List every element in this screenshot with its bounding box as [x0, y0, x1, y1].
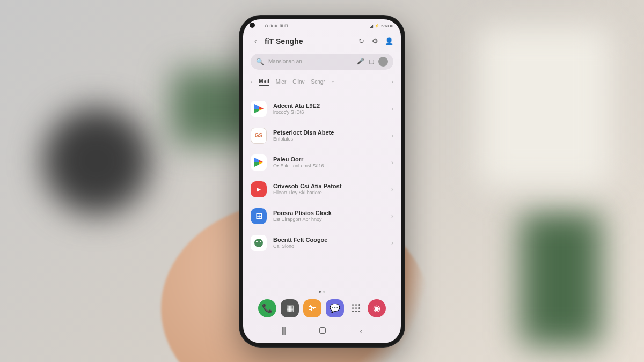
tab-scroll-right[interactable]: › — [392, 79, 393, 85]
chevron-right-icon: › — [391, 105, 393, 113]
dock: 📞 ▦ 🛍 💬 ◉ — [243, 295, 401, 321]
search-input[interactable] — [268, 58, 353, 64]
store-icon[interactable]: 🛍 — [303, 299, 321, 317]
front-camera — [250, 23, 255, 28]
tab-scroll-left[interactable]: ‹ — [251, 79, 252, 85]
list-item[interactable]: Paleu Oorr O₂ Elilolitonl omsf Sâ16 › — [243, 149, 401, 176]
play-store-icon — [251, 101, 267, 117]
nav-recent[interactable]: ||| — [282, 326, 285, 336]
chevron-right-icon: › — [391, 186, 393, 193]
app-header: ‹ fiT Senghe ↻ ⚙ 👤 — [243, 33, 401, 51]
nav-home[interactable] — [319, 327, 326, 335]
nav-back[interactable]: ‹ — [360, 327, 362, 335]
avatar[interactable] — [378, 57, 388, 67]
tab-bar: ‹ Mail Mier Clinv Scngr ○ › — [243, 75, 401, 92]
search-icon: 🔍 — [256, 58, 264, 65]
item-subtitle: O₂ Elilolitonl omsf Sâ16 — [273, 163, 385, 168]
item-subtitle: Cal Slono — [273, 243, 385, 249]
item-title: Petserloct Disn Abete — [273, 129, 385, 136]
tab-more[interactable]: ○ — [332, 78, 335, 86]
screen: ⊙ ⊕ ⊗ ⊞ ⊡ ◢ ⚡ 5:VO0 ‹ fiT Senghe ↻ ⚙ 👤 🔍… — [243, 19, 401, 343]
app-drawer-icon[interactable] — [348, 299, 363, 317]
profile-icon[interactable]: 👤 — [385, 37, 393, 46]
result-list[interactable]: Adcent Ata L9E2 lrococ'y S iDt6 › GS Pet… — [243, 92, 401, 289]
messages-icon[interactable]: 💬 — [326, 299, 344, 317]
camera-app-icon[interactable]: ◉ — [368, 299, 386, 317]
tab-clinv[interactable]: Clinv — [292, 78, 304, 86]
item-title: Adcent Ata L9E2 — [273, 102, 385, 109]
item-subtitle: Enfolalos — [273, 136, 385, 142]
page-title: fiT Senghe — [265, 37, 353, 46]
list-item[interactable]: ⊞ Poosra Plisios Clock Est Elrapgort Λor… — [243, 203, 401, 230]
back-button[interactable]: ‹ — [251, 36, 260, 46]
chevron-right-icon: › — [391, 212, 393, 220]
list-item[interactable]: ▸ Crivesob Csi Atia Patost Elleorr Tley … — [243, 176, 401, 203]
chevron-right-icon: › — [391, 239, 393, 247]
sync-icon[interactable]: ↻ — [357, 37, 365, 46]
item-title: Crivesob Csi Atia Patost — [273, 183, 385, 189]
phone-frame: ⊙ ⊕ ⊗ ⊞ ⊡ ◢ ⚡ 5:VO0 ‹ fiT Senghe ↻ ⚙ 👤 🔍… — [239, 15, 405, 348]
apps-icon[interactable]: ▦ — [281, 299, 299, 317]
item-title: Paleu Oorr — [273, 156, 385, 162]
page-indicator — [243, 289, 401, 295]
list-item[interactable]: Adcent Ata L9E2 lrococ'y S iDt6 › — [243, 95, 401, 122]
chevron-right-icon: › — [391, 159, 393, 166]
item-title: Boentt Felt Coogoe — [273, 237, 385, 243]
blue-app-icon: ⊞ — [251, 208, 267, 224]
red-app-icon: ▸ — [251, 181, 267, 197]
item-title: Poosra Plisios Clock — [273, 210, 385, 216]
status-time: 5:VO0 — [381, 24, 393, 28]
chevron-right-icon: › — [391, 132, 393, 139]
lens-icon[interactable]: ▢ — [369, 58, 374, 65]
status-notifications: ⊙ ⊕ ⊗ ⊞ ⊡ — [265, 24, 288, 28]
item-subtitle: Est Elrapgort Λor hnoy — [273, 217, 385, 222]
nav-bar: ||| ‹ — [243, 321, 401, 343]
tab-mail[interactable]: Mail — [259, 77, 269, 86]
mic-icon[interactable]: 🎤 — [357, 58, 364, 65]
settings-icon[interactable]: ⚙ — [371, 37, 379, 46]
search-bar[interactable]: 🔍 🎤 ▢ — [251, 54, 393, 70]
gs-icon: GS — [251, 128, 267, 144]
item-subtitle: lrococ'y S iDt6 — [273, 109, 385, 115]
signal-icon: ◢ ⚡ — [370, 24, 379, 28]
tab-scngr[interactable]: Scngr — [311, 78, 325, 86]
tab-mier[interactable]: Mier — [276, 78, 286, 86]
phone-app-icon[interactable]: 📞 — [258, 299, 276, 317]
play-store-icon — [251, 154, 267, 171]
status-bar: ⊙ ⊕ ⊗ ⊞ ⊡ ◢ ⚡ 5:VO0 — [243, 19, 401, 33]
list-item[interactable]: GS Petserloct Disn Abete Enfolalos › — [243, 122, 401, 149]
bot-icon — [251, 235, 267, 251]
list-item[interactable]: Boentt Felt Coogoe Cal Slono › — [243, 230, 401, 256]
item-subtitle: Elleorr Tley Ski hariore — [273, 190, 385, 195]
